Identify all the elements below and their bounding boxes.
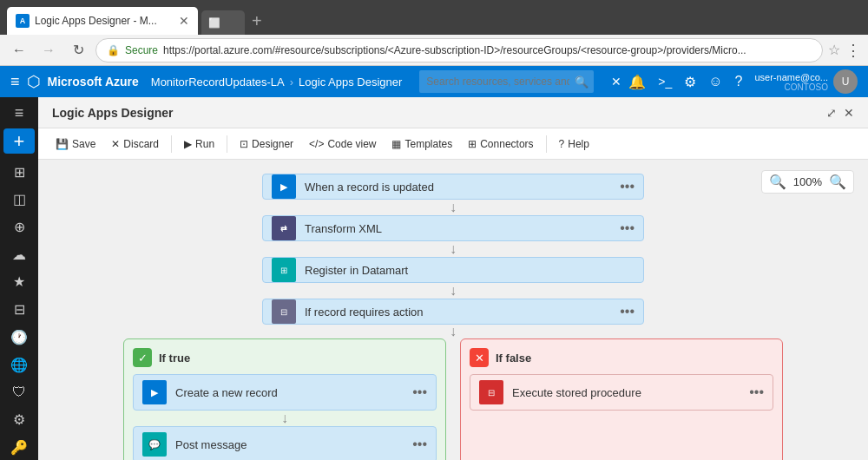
designer-icon: ⊡ — [240, 138, 248, 150]
avatar[interactable]: U — [833, 69, 858, 94]
flow-block-register-datamart[interactable]: ⊞ Register in Datamart — [262, 257, 644, 283]
refresh-button[interactable]: ↻ — [66, 38, 90, 62]
back-button[interactable]: ← — [7, 38, 31, 62]
settings-icon[interactable]: ⚙ — [684, 74, 696, 90]
browser-menu-icon[interactable]: ⋮ — [845, 41, 861, 60]
branch-true-block-2-label: Post message — [175, 438, 404, 451]
block-icon-2: ⇄ — [272, 216, 296, 240]
bookmark-icon[interactable]: ☆ — [828, 42, 840, 58]
zoom-out-button[interactable]: 🔍 — [769, 174, 786, 190]
sidebar-icon-monitor[interactable]: ⊟ — [3, 297, 35, 323]
designer-button[interactable]: ⊡ Designer — [233, 135, 300, 154]
search-close-icon[interactable]: ✕ — [611, 75, 621, 89]
branch-true-label: If true — [159, 352, 190, 365]
branch-true-block-2[interactable]: 💬 Post message ••• — [133, 426, 437, 460]
azure-search-box[interactable]: 🔍 — [419, 70, 594, 93]
block-icon-1: ▶ — [272, 174, 296, 199]
app-layout: ≡ + ⊞ ◫ ⊕ ☁ ★ ⊟ 🕐 🌐 🛡 ⚙ 🔑 Logic Apps Des… — [0, 97, 868, 460]
breadcrumb: MonitorRecordUpdates-LA › Logic Apps Des… — [151, 76, 403, 89]
help-button[interactable]: ? Help — [552, 135, 596, 154]
toolbar-sep-2 — [227, 135, 227, 153]
block-label-1: When a record is updated — [305, 181, 611, 194]
la-maximize-icon[interactable]: ⤢ — [826, 106, 837, 120]
browser-tab-active[interactable]: A Logic Apps Designer - M... ✕ — [7, 7, 198, 35]
sidebar-icon-cloud[interactable]: ☁ — [3, 241, 35, 267]
toolbar-sep-1 — [171, 135, 172, 153]
zoom-in-button[interactable]: 🔍 — [829, 174, 846, 190]
discard-icon: ✕ — [111, 138, 120, 150]
block-menu-4[interactable]: ••• — [620, 304, 635, 319]
azure-topbar: ≡ ⬡ Microsoft Azure MonitorRecordUpdates… — [0, 66, 868, 97]
code-view-button[interactable]: </> Code view — [302, 135, 383, 154]
sidebar-icon-create[interactable]: ⊕ — [3, 214, 35, 240]
help-icon: ? — [559, 138, 565, 150]
la-close-icon[interactable]: ✕ — [844, 106, 854, 120]
sidebar-icon-shield[interactable]: 🛡 — [3, 379, 35, 405]
templates-button[interactable]: ▦ Templates — [385, 135, 459, 154]
discard-button[interactable]: ✕ Discard — [104, 135, 166, 154]
smiley-icon[interactable]: ☺ — [708, 74, 722, 89]
forward-button[interactable]: → — [36, 38, 61, 62]
branch-true-arrow: ↓ — [133, 411, 437, 426]
sidebar-menu-icon[interactable]: ≡ — [3, 101, 35, 127]
notifications-icon[interactable]: 🔔 — [628, 74, 646, 90]
address-box[interactable]: 🔒 Secure https://portal.azure.com/#resou… — [95, 38, 823, 62]
branch-true-block-1[interactable]: ▶ Create a new record ••• — [133, 374, 437, 411]
branch-true-block-1-menu[interactable]: ••• — [412, 384, 427, 400]
condition-row: ✓ If true ▶ Create a new record ••• — [123, 338, 783, 460]
branch-false-check: ✕ — [470, 348, 489, 367]
azure-brand: Microsoft Azure — [48, 75, 139, 89]
sidebar-icon-resources[interactable]: ◫ — [3, 187, 35, 213]
sidebar-icon-dashboard[interactable]: ⊞ — [3, 159, 35, 185]
flow-arrow-2: ↓ — [450, 241, 457, 257]
la-header: Logic Apps Designer ⤢ ✕ — [38, 97, 868, 128]
cloud-shell-icon[interactable]: >_ — [658, 75, 672, 89]
branch-false-header: ✕ If false — [470, 348, 773, 367]
zoom-level: 100% — [793, 175, 822, 188]
sidebar-icon-star[interactable]: ★ — [3, 269, 35, 295]
sidebar-icon-clock[interactable]: 🕐 — [3, 325, 35, 351]
tab-title: Logic Apps Designer - M... — [35, 15, 170, 27]
branch-true-block-1-label: Create a new record — [175, 386, 404, 399]
sidebar-icon-world[interactable]: 🌐 — [3, 352, 35, 378]
toolbar-sep-3 — [546, 135, 547, 153]
tab-close-icon[interactable]: ✕ — [179, 14, 189, 28]
flow-block-if-record[interactable]: ⊟ If record requires action ••• — [262, 299, 644, 325]
flow-block-transform-xml[interactable]: ⇄ Transform XML ••• — [262, 215, 644, 241]
branch-true: ✓ If true ▶ Create a new record ••• — [123, 338, 446, 460]
help-icon[interactable]: ? — [735, 74, 743, 89]
browser-tab-inactive[interactable]: ⬜ — [201, 10, 245, 35]
user-name: user-name@co... — [754, 72, 828, 82]
azure-logo: ⬡ — [27, 72, 41, 91]
sidebar-icon-settings[interactable]: ⚙ — [3, 407, 35, 433]
azure-search-input[interactable] — [419, 70, 594, 93]
flow-block-when-record-updated[interactable]: ▶ When a record is updated ••• — [262, 174, 644, 200]
code-icon: </> — [309, 138, 324, 150]
address-url: https://portal.azure.com/#resource/subsc… — [163, 44, 812, 56]
branch-true-block-2-menu[interactable]: ••• — [412, 437, 427, 452]
sidebar-icon-key[interactable]: 🔑 — [3, 434, 35, 460]
new-tab-button[interactable]: + — [252, 11, 262, 31]
branch-false-label: If false — [496, 352, 531, 365]
branch-false-block-1-menu[interactable]: ••• — [749, 384, 764, 400]
branch-false-icon-1: ⊟ — [479, 380, 503, 404]
azure-menu-icon[interactable]: ≡ — [10, 73, 20, 91]
block-icon-4: ⊟ — [272, 299, 296, 324]
main-content: Logic Apps Designer ⤢ ✕ 💾 Save ✕ Discard… — [38, 97, 868, 460]
block-menu-1[interactable]: ••• — [620, 179, 635, 194]
run-button[interactable]: ▶ Run — [177, 135, 221, 154]
browser-chrome: A Logic Apps Designer - M... ✕ ⬜ + — [0, 0, 868, 35]
block-icon-3: ⊞ — [272, 258, 296, 282]
block-menu-2[interactable]: ••• — [620, 220, 635, 236]
breadcrumb-item-1[interactable]: MonitorRecordUpdates-LA — [151, 76, 285, 89]
user-company: CONTOSO — [754, 82, 828, 92]
zoom-controls: 🔍 100% 🔍 — [761, 170, 854, 194]
sidebar-new-icon[interactable]: + — [3, 128, 35, 154]
connectors-button[interactable]: ⊞ Connectors — [461, 135, 540, 154]
save-button[interactable]: 💾 Save — [49, 135, 102, 154]
branch-false-block-1[interactable]: ⊟ Execute stored procedure ••• — [470, 374, 773, 411]
block-label-3: Register in Datamart — [305, 264, 635, 277]
flow-arrow-4: ↓ — [450, 325, 457, 338]
left-sidebar: ≡ + ⊞ ◫ ⊕ ☁ ★ ⊟ 🕐 🌐 🛡 ⚙ 🔑 — [0, 97, 38, 460]
user-info[interactable]: user-name@co... CONTOSO U — [754, 69, 858, 94]
